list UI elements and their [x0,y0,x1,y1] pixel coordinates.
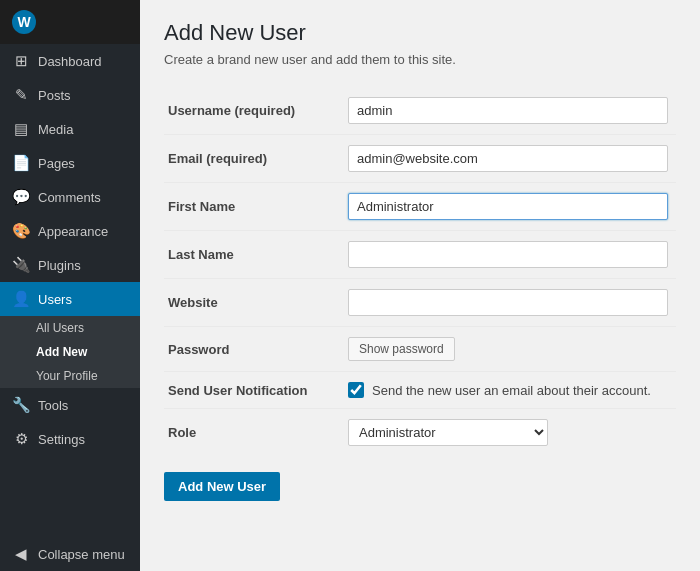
dashboard-icon: ⊞ [12,52,30,70]
firstname-input[interactable] [348,193,668,220]
sidebar-item-posts[interactable]: ✎ Posts [0,78,140,112]
sidebar-label-dashboard: Dashboard [38,54,102,69]
role-label: Role [164,409,344,457]
firstname-label: First Name [164,183,344,231]
sidebar-label-collapse: Collapse menu [38,547,125,562]
plugins-icon: 🔌 [12,256,30,274]
sidebar-label-settings: Settings [38,432,85,447]
pages-icon: 📄 [12,154,30,172]
lastname-input[interactable] [348,241,668,268]
sidebar-label-pages: Pages [38,156,75,171]
appearance-icon: 🎨 [12,222,30,240]
password-row: Password Show password [164,327,676,372]
media-icon: ▤ [12,120,30,138]
email-label: Email (required) [164,135,344,183]
sidebar-item-users[interactable]: 👤 Users [0,282,140,316]
sidebar-item-appearance[interactable]: 🎨 Appearance [0,214,140,248]
main-content: Add New User Create a brand new user and… [140,0,700,571]
role-row: Role Administrator Editor Author Contrib… [164,409,676,457]
submenu-add-new[interactable]: Add New [0,340,140,364]
website-row: Website [164,279,676,327]
sidebar-label-media: Media [38,122,73,137]
sidebar-item-tools[interactable]: 🔧 Tools [0,388,140,422]
sidebar-label-posts: Posts [38,88,71,103]
add-user-form: Username (required) Email (required) Fir… [164,87,676,456]
sidebar-item-plugins[interactable]: 🔌 Plugins [0,248,140,282]
sidebar-logo: W [0,0,140,44]
sidebar-item-pages[interactable]: 📄 Pages [0,146,140,180]
firstname-row: First Name [164,183,676,231]
lastname-label: Last Name [164,231,344,279]
password-label: Password [164,327,344,372]
page-subtitle: Create a brand new user and add them to … [164,52,676,67]
notification-container: Send the new user an email about their a… [348,382,672,398]
comments-icon: 💬 [12,188,30,206]
sidebar-label-plugins: Plugins [38,258,81,273]
sidebar-label-appearance: Appearance [38,224,108,239]
notification-row: Send User Notification Send the new user… [164,372,676,409]
collapse-icon: ◀ [12,545,30,563]
submenu-your-profile[interactable]: Your Profile [0,364,140,388]
sidebar-label-comments: Comments [38,190,101,205]
add-new-user-button[interactable]: Add New User [164,472,280,501]
page-title: Add New User [164,20,676,46]
sidebar-item-dashboard[interactable]: ⊞ Dashboard [0,44,140,78]
username-row: Username (required) [164,87,676,135]
sidebar-item-settings[interactable]: ⚙ Settings [0,422,140,456]
sidebar-item-comments[interactable]: 💬 Comments [0,180,140,214]
posts-icon: ✎ [12,86,30,104]
website-input[interactable] [348,289,668,316]
role-select[interactable]: Administrator Editor Author Contributor … [348,419,548,446]
sidebar-item-collapse[interactable]: ◀ Collapse menu [0,537,140,571]
sidebar-label-tools: Tools [38,398,68,413]
email-row: Email (required) [164,135,676,183]
sidebar-item-media[interactable]: ▤ Media [0,112,140,146]
sidebar: W ⊞ Dashboard ✎ Posts ▤ Media 📄 Pages 💬 … [0,0,140,571]
notification-text: Send the new user an email about their a… [372,383,651,398]
sidebar-submenu-users: All Users Add New Your Profile [0,316,140,388]
submenu-all-users[interactable]: All Users [0,316,140,340]
sidebar-label-users: Users [38,292,72,307]
username-label: Username (required) [164,87,344,135]
lastname-row: Last Name [164,231,676,279]
users-icon: 👤 [12,290,30,308]
tools-icon: 🔧 [12,396,30,414]
notification-checkbox[interactable] [348,382,364,398]
username-input[interactable] [348,97,668,124]
notification-label: Send User Notification [164,372,344,409]
website-label: Website [164,279,344,327]
settings-icon: ⚙ [12,430,30,448]
email-input[interactable] [348,145,668,172]
show-password-button[interactable]: Show password [348,337,455,361]
wp-icon: W [12,10,36,34]
